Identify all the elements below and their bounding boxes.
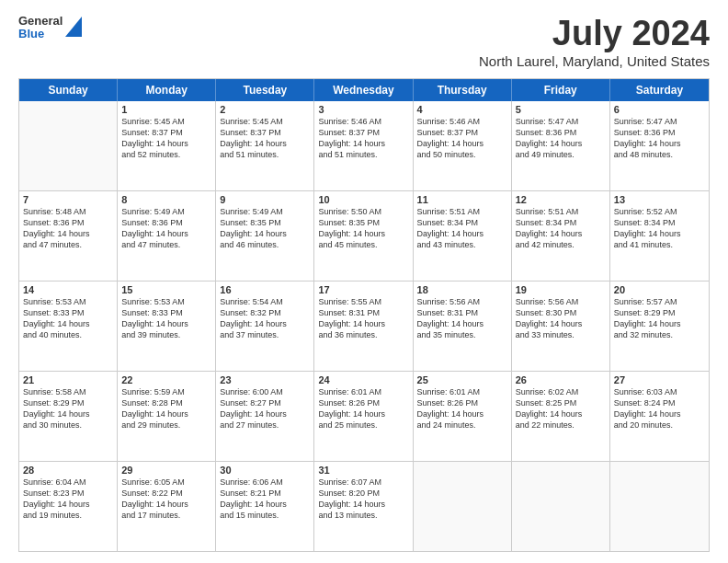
calendar-cell: 15Sunrise: 5:53 AM Sunset: 8:33 PM Dayli… — [118, 282, 216, 371]
calendar-cell: 21Sunrise: 5:58 AM Sunset: 8:29 PM Dayli… — [19, 372, 118, 461]
cell-info: Sunrise: 5:52 AM Sunset: 8:34 PM Dayligh… — [614, 206, 705, 251]
cell-info: Sunrise: 5:51 AM Sunset: 8:34 PM Dayligh… — [417, 206, 507, 251]
cell-info: Sunrise: 5:50 AM Sunset: 8:35 PM Dayligh… — [318, 206, 408, 251]
calendar-row-2: 14Sunrise: 5:53 AM Sunset: 8:33 PM Dayli… — [19, 282, 709, 372]
calendar-cell: 30Sunrise: 6:06 AM Sunset: 8:21 PM Dayli… — [216, 462, 314, 551]
calendar-cell: 17Sunrise: 5:55 AM Sunset: 8:31 PM Dayli… — [314, 282, 413, 371]
calendar-cell: 14Sunrise: 5:53 AM Sunset: 8:33 PM Dayli… — [19, 282, 118, 371]
day-number: 24 — [318, 374, 408, 385]
cell-info: Sunrise: 5:59 AM Sunset: 8:28 PM Dayligh… — [121, 386, 211, 431]
calendar-cell: 4Sunrise: 5:46 AM Sunset: 8:37 PM Daylig… — [414, 101, 512, 190]
header-day-sunday: Sunday — [19, 79, 118, 101]
calendar-cell — [414, 462, 512, 551]
day-number: 23 — [220, 374, 310, 385]
calendar-cell: 24Sunrise: 6:01 AM Sunset: 8:26 PM Dayli… — [314, 372, 413, 461]
cell-info: Sunrise: 5:51 AM Sunset: 8:34 PM Dayligh… — [516, 206, 606, 251]
header-day-tuesday: Tuesday — [216, 79, 314, 101]
calendar: SundayMondayTuesdayWednesdayThursdayFrid… — [18, 78, 710, 552]
page: General Blue July 2024 North Laurel, Mar… — [0, 0, 728, 563]
calendar-cell: 13Sunrise: 5:52 AM Sunset: 8:34 PM Dayli… — [610, 191, 709, 281]
calendar-cell: 10Sunrise: 5:50 AM Sunset: 8:35 PM Dayli… — [314, 191, 413, 281]
cell-info: Sunrise: 5:45 AM Sunset: 8:37 PM Dayligh… — [121, 116, 211, 161]
calendar-cell: 2Sunrise: 5:45 AM Sunset: 8:37 PM Daylig… — [216, 101, 314, 190]
cell-info: Sunrise: 6:05 AM Sunset: 8:22 PM Dayligh… — [121, 477, 211, 522]
cell-info: Sunrise: 5:47 AM Sunset: 8:36 PM Dayligh… — [516, 116, 606, 161]
day-number: 19 — [516, 284, 606, 295]
calendar-cell: 23Sunrise: 6:00 AM Sunset: 8:27 PM Dayli… — [216, 372, 314, 461]
cell-info: Sunrise: 5:47 AM Sunset: 8:36 PM Dayligh… — [614, 116, 705, 161]
calendar-row-1: 7Sunrise: 5:48 AM Sunset: 8:36 PM Daylig… — [19, 191, 709, 282]
calendar-row-4: 28Sunrise: 6:04 AM Sunset: 8:23 PM Dayli… — [19, 462, 709, 551]
calendar-cell: 28Sunrise: 6:04 AM Sunset: 8:23 PM Dayli… — [19, 462, 118, 551]
cell-info: Sunrise: 5:45 AM Sunset: 8:37 PM Dayligh… — [220, 116, 310, 161]
day-number: 8 — [121, 194, 211, 205]
cell-info: Sunrise: 5:57 AM Sunset: 8:29 PM Dayligh… — [614, 296, 705, 341]
cell-info: Sunrise: 5:53 AM Sunset: 8:33 PM Dayligh… — [121, 296, 211, 341]
day-number: 26 — [516, 374, 606, 385]
day-number: 31 — [318, 465, 408, 476]
header-day-saturday: Saturday — [610, 79, 709, 101]
cell-info: Sunrise: 5:56 AM Sunset: 8:31 PM Dayligh… — [417, 296, 507, 341]
day-number: 1 — [121, 104, 211, 115]
day-number: 14 — [23, 284, 113, 295]
calendar-cell: 19Sunrise: 5:56 AM Sunset: 8:30 PM Dayli… — [512, 282, 610, 371]
calendar-cell: 22Sunrise: 5:59 AM Sunset: 8:28 PM Dayli… — [118, 372, 216, 461]
cell-info: Sunrise: 6:00 AM Sunset: 8:27 PM Dayligh… — [220, 386, 310, 431]
calendar-cell: 26Sunrise: 6:02 AM Sunset: 8:25 PM Dayli… — [512, 372, 610, 461]
header: General Blue July 2024 North Laurel, Mar… — [18, 15, 710, 69]
cell-info: Sunrise: 5:58 AM Sunset: 8:29 PM Dayligh… — [23, 386, 113, 431]
day-number: 27 — [614, 374, 705, 385]
cell-info: Sunrise: 5:56 AM Sunset: 8:30 PM Dayligh… — [516, 296, 606, 341]
cell-info: Sunrise: 5:53 AM Sunset: 8:33 PM Dayligh… — [23, 296, 113, 341]
cell-info: Sunrise: 6:04 AM Sunset: 8:23 PM Dayligh… — [23, 477, 113, 522]
day-number: 9 — [220, 194, 310, 205]
day-number: 10 — [318, 194, 408, 205]
logo-blue: Blue — [18, 28, 63, 40]
header-day-thursday: Thursday — [414, 79, 512, 101]
cell-info: Sunrise: 5:46 AM Sunset: 8:37 PM Dayligh… — [318, 116, 408, 161]
cell-info: Sunrise: 5:48 AM Sunset: 8:36 PM Dayligh… — [23, 206, 113, 251]
calendar-cell: 27Sunrise: 6:03 AM Sunset: 8:24 PM Dayli… — [610, 372, 709, 461]
cell-info: Sunrise: 5:49 AM Sunset: 8:36 PM Dayligh… — [121, 206, 211, 251]
day-number: 7 — [23, 194, 113, 205]
calendar-cell — [512, 462, 610, 551]
day-number: 16 — [220, 284, 310, 295]
header-day-monday: Monday — [118, 79, 216, 101]
calendar-cell: 18Sunrise: 5:56 AM Sunset: 8:31 PM Dayli… — [414, 282, 512, 371]
cell-info: Sunrise: 5:46 AM Sunset: 8:37 PM Dayligh… — [417, 116, 507, 161]
calendar-cell: 6Sunrise: 5:47 AM Sunset: 8:36 PM Daylig… — [610, 101, 709, 190]
logo-text: General Blue — [18, 15, 63, 41]
calendar-cell: 31Sunrise: 6:07 AM Sunset: 8:20 PM Dayli… — [314, 462, 413, 551]
main-title: July 2024 — [479, 15, 710, 53]
svg-marker-0 — [65, 17, 82, 37]
cell-info: Sunrise: 5:55 AM Sunset: 8:31 PM Dayligh… — [318, 296, 408, 341]
logo: General Blue — [18, 15, 82, 41]
calendar-cell: 9Sunrise: 5:49 AM Sunset: 8:35 PM Daylig… — [216, 191, 314, 281]
calendar-cell: 29Sunrise: 6:05 AM Sunset: 8:22 PM Dayli… — [118, 462, 216, 551]
cell-info: Sunrise: 6:02 AM Sunset: 8:25 PM Dayligh… — [516, 386, 606, 431]
day-number: 11 — [417, 194, 507, 205]
day-number: 6 — [614, 104, 705, 115]
cell-info: Sunrise: 6:01 AM Sunset: 8:26 PM Dayligh… — [318, 386, 408, 431]
calendar-cell: 16Sunrise: 5:54 AM Sunset: 8:32 PM Dayli… — [216, 282, 314, 371]
cell-info: Sunrise: 6:03 AM Sunset: 8:24 PM Dayligh… — [614, 386, 705, 431]
calendar-cell: 5Sunrise: 5:47 AM Sunset: 8:36 PM Daylig… — [512, 101, 610, 190]
calendar-row-0: 1Sunrise: 5:45 AM Sunset: 8:37 PM Daylig… — [19, 101, 709, 191]
day-number: 15 — [121, 284, 211, 295]
day-number: 5 — [516, 104, 606, 115]
calendar-cell: 3Sunrise: 5:46 AM Sunset: 8:37 PM Daylig… — [314, 101, 413, 190]
cell-info: Sunrise: 5:49 AM Sunset: 8:35 PM Dayligh… — [220, 206, 310, 251]
calendar-header: SundayMondayTuesdayWednesdayThursdayFrid… — [19, 79, 709, 101]
day-number: 30 — [220, 465, 310, 476]
day-number: 3 — [318, 104, 408, 115]
cell-info: Sunrise: 6:07 AM Sunset: 8:20 PM Dayligh… — [318, 477, 408, 522]
day-number: 25 — [417, 374, 507, 385]
day-number: 2 — [220, 104, 310, 115]
calendar-cell: 11Sunrise: 5:51 AM Sunset: 8:34 PM Dayli… — [414, 191, 512, 281]
day-number: 12 — [516, 194, 606, 205]
day-number: 22 — [121, 374, 211, 385]
day-number: 4 — [417, 104, 507, 115]
header-day-wednesday: Wednesday — [314, 79, 413, 101]
day-number: 13 — [614, 194, 705, 205]
day-number: 20 — [614, 284, 705, 295]
